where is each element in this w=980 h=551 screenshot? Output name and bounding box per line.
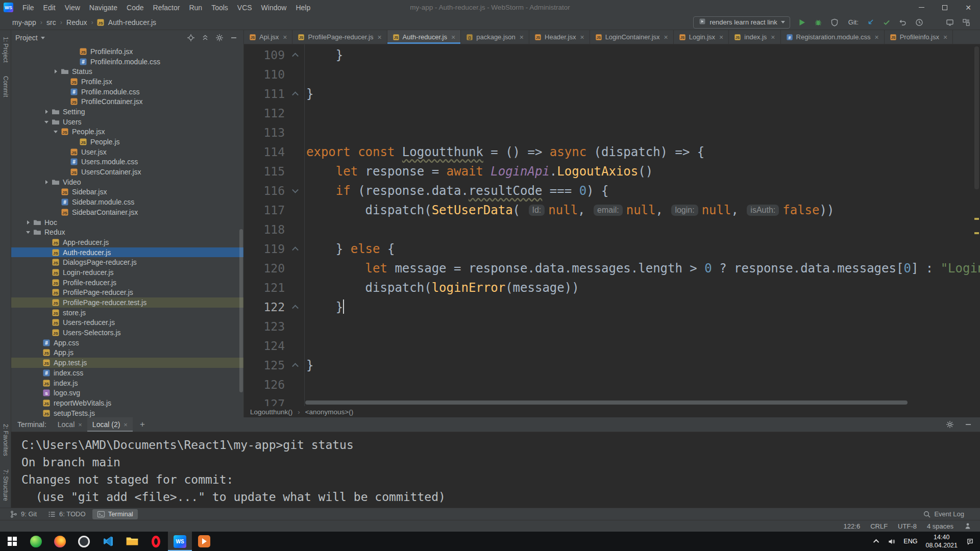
menu-run[interactable]: Run [184, 1, 207, 14]
terminal-tab[interactable]: Local (2)× [87, 417, 133, 432]
taskbar-clock[interactable]: 14:40 08.04.2021 [925, 533, 958, 550]
new-terminal-button[interactable]: + [137, 419, 148, 430]
tab-close-icon[interactable]: × [451, 34, 455, 41]
warning-stripe-mark[interactable] [974, 232, 979, 234]
code-line-111[interactable]: 111} [244, 84, 972, 104]
tree-item[interactable]: #Users.module.css [11, 157, 243, 167]
tree-item[interactable]: JSindex.js [11, 378, 243, 388]
terminal-settings-button[interactable] [944, 419, 955, 430]
tab-close-icon[interactable]: × [78, 421, 82, 429]
tree-item[interactable]: Setting [11, 107, 243, 117]
rollback-button[interactable] [897, 17, 909, 28]
tree-item[interactable]: JSProfileContainer.jsx [11, 96, 243, 107]
code-line-121[interactable]: 121 dispatch(loginError(message)) [244, 278, 972, 297]
tool-stripe-favorites[interactable]: 2: Favorites [2, 424, 9, 456]
tree-item[interactable]: JSAuth-reducer.js [11, 247, 243, 258]
code-line-117[interactable]: 117 dispatch(SetUserData( Id:null, email… [244, 201, 972, 220]
code-line-113[interactable]: 113 [244, 123, 972, 142]
fold-up-icon[interactable] [292, 246, 299, 253]
terminal-tab[interactable]: Local× [53, 417, 87, 432]
speaker-icon[interactable] [887, 537, 895, 545]
editor-tab[interactable]: JSindex.js× [729, 30, 780, 44]
code-line-118[interactable]: 118 [244, 220, 972, 239]
chevron-collapsed-icon[interactable] [43, 107, 52, 117]
menu-help[interactable]: Help [291, 1, 315, 14]
code-line-122[interactable]: 122 } [244, 297, 972, 317]
tool-stripe-commit[interactable]: Commit [2, 76, 9, 97]
tree-item[interactable]: JSApp.js [11, 348, 243, 358]
tab-close-icon[interactable]: × [943, 34, 947, 41]
tree-item[interactable]: JSProfile-reducer.js [11, 278, 243, 288]
hidden-icons-chevron[interactable] [873, 539, 879, 545]
toolwindow-button-git[interactable]: 9: Git [5, 509, 41, 519]
breadcrumb-item[interactable]: Auth-reducer.js [107, 18, 157, 27]
editor-tab[interactable]: #Registaration.module.css× [781, 30, 885, 44]
tab-close-icon[interactable]: × [719, 34, 723, 41]
tree-item[interactable]: Redux [11, 227, 243, 237]
tree-item[interactable]: JSreportWebVitals.js [11, 398, 243, 408]
tool-stripe-project[interactable]: 1: Project [2, 37, 9, 63]
tree-item[interactable]: JSUsers-reducer.js [11, 318, 243, 328]
tab-close-icon[interactable]: × [875, 34, 879, 41]
menu-tools[interactable]: Tools [207, 1, 233, 14]
close-button[interactable]: ✕ [957, 0, 980, 15]
code-line-125[interactable]: 125} [244, 356, 972, 375]
action-center-icon[interactable] [966, 537, 974, 545]
menu-vcs[interactable]: VCS [233, 1, 257, 14]
chevron-collapsed-icon[interactable] [52, 66, 61, 77]
tree-item[interactable]: JSLogin-reducer.js [11, 267, 243, 278]
restore-layout-button[interactable] [944, 17, 955, 28]
white-circle-taskbar-icon[interactable] [72, 532, 96, 551]
tree-item[interactable]: #Profile.module.css [11, 87, 243, 97]
code-line-109[interactable]: 109 } [244, 45, 972, 65]
tab-close-icon[interactable]: × [124, 421, 128, 429]
inspections-icon[interactable] [964, 522, 972, 530]
tree-item[interactable]: Status [11, 66, 243, 77]
line-ending[interactable]: CRLF [870, 522, 888, 530]
code-line-123[interactable]: 123 [244, 317, 972, 336]
fold-up-icon[interactable] [292, 363, 299, 369]
tree-item[interactable]: JSProfilePage-reducer.js [11, 288, 243, 298]
menu-refactor[interactable]: Refactor [149, 1, 185, 14]
menu-view[interactable]: View [60, 1, 85, 14]
caret-position[interactable]: 122:6 [844, 522, 861, 530]
editor-horizontal-scrollbar[interactable] [305, 400, 908, 405]
tree-item[interactable]: JSsetupTests.js [11, 408, 243, 417]
locate-file-button[interactable] [185, 32, 197, 43]
history-button[interactable] [914, 17, 925, 28]
debug-button[interactable] [813, 17, 824, 28]
tree-item[interactable]: #index.css [11, 368, 243, 378]
toolwindow-button-todo[interactable]: 6: TODO [43, 509, 90, 519]
fold-up-icon[interactable] [292, 305, 299, 311]
tool-stripe-structure[interactable]: 7: Structure [2, 469, 9, 501]
chevron-expanded-icon[interactable] [24, 227, 33, 237]
fold-down-icon[interactable] [292, 187, 299, 193]
code-line-114[interactable]: 114export const Logoutthunk = () => asyn… [244, 142, 972, 162]
editor-breadcrumb-item[interactable]: <anonymous>() [304, 408, 355, 416]
menu-window[interactable]: Window [257, 1, 291, 14]
collapse-all-button[interactable] [200, 32, 211, 43]
tree-item[interactable]: JSSidebarContainer.jsx [11, 207, 243, 217]
vscode-taskbar-icon[interactable] [96, 532, 120, 551]
tree-item[interactable]: JSProfile.jsx [11, 77, 243, 87]
window-layout-button[interactable] [961, 17, 972, 28]
maximize-button[interactable] [933, 0, 957, 15]
opera-taskbar-icon[interactable] [144, 532, 168, 551]
editor-tab[interactable]: JSLoginContainer.jsx× [590, 30, 674, 44]
menu-navigate[interactable]: Navigate [85, 1, 122, 14]
tree-item[interactable]: JSDialogsPage-reducer.js [11, 257, 243, 267]
settings-gear-button[interactable] [214, 32, 225, 43]
tab-close-icon[interactable]: × [580, 34, 584, 41]
menu-edit[interactable]: Edit [39, 1, 60, 14]
commit-button[interactable] [881, 17, 892, 28]
breadcrumb-item[interactable]: Redux [65, 18, 88, 27]
hide-panel-button[interactable] [228, 32, 239, 43]
editor-tab[interactable]: JSHeader.jsx× [529, 30, 590, 44]
event-log-button[interactable]: Event Log [918, 509, 969, 519]
run-config-select[interactable]: renders learn react link [693, 16, 790, 29]
code-line-115[interactable]: 115 let response = await LoginApi.Logout… [244, 162, 972, 181]
warning-stripe-mark[interactable] [974, 218, 979, 220]
tree-item[interactable]: JSApp.test.js [11, 358, 243, 368]
language-indicator[interactable]: ENG [903, 538, 917, 545]
toolwindow-button-terminal[interactable]: Terminal [92, 509, 138, 519]
